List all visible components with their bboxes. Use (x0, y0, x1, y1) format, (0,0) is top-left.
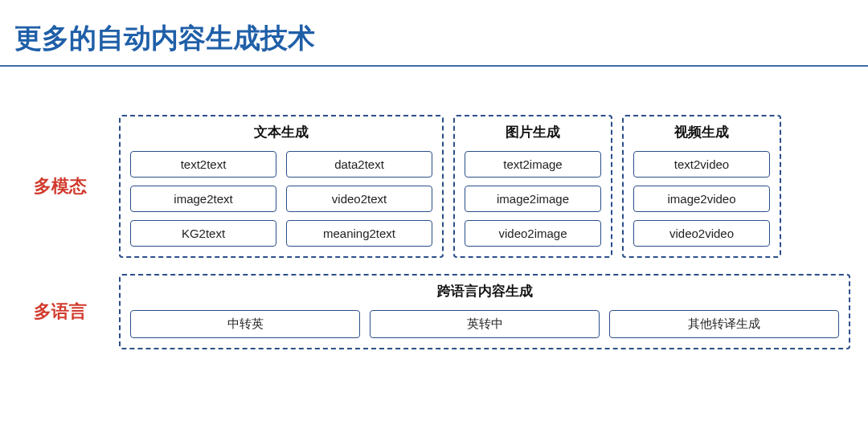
group-image-generation: 图片生成 text2image image2image video2image (453, 115, 612, 258)
box-image2text: image2text (130, 186, 276, 212)
text-row-1: image2text video2text (130, 186, 432, 212)
group-text-generation: 文本生成 text2text data2text image2text vide… (119, 115, 444, 258)
box-video2image: video2image (465, 220, 601, 247)
crosslingual-row: 中转英 英转中 其他转译生成 (130, 310, 839, 338)
group-video-generation: 视频生成 text2video image2video video2video (622, 115, 781, 258)
text-row-0: text2text data2text (130, 151, 432, 178)
box-other-translation: 其他转译生成 (609, 310, 839, 338)
group-title-image: 图片生成 (465, 123, 601, 141)
row-multilingual: 多语言 跨语言内容生成 中转英 英转中 其他转译生成 (16, 274, 868, 349)
group-crosslingual: 跨语言内容生成 中转英 英转中 其他转译生成 (119, 274, 850, 349)
box-image2video: image2video (633, 186, 770, 212)
box-image2image: image2image (465, 186, 601, 212)
box-data2text: data2text (286, 151, 432, 178)
box-video2video: video2video (633, 220, 770, 247)
box-en2zh: 英转中 (370, 310, 600, 338)
box-text2video: text2video (633, 151, 770, 178)
diagram-content: 多模态 文本生成 text2text data2text image2text … (0, 115, 868, 349)
row-multimodal: 多模态 文本生成 text2text data2text image2text … (16, 115, 868, 258)
box-zh2en: 中转英 (130, 310, 360, 338)
row-label-multimodal: 多模态 (16, 174, 104, 198)
slide-title: 更多的自动内容生成技术 (0, 0, 868, 65)
group-title-video: 视频生成 (633, 123, 770, 141)
box-text2image: text2image (465, 151, 601, 178)
box-text2text: text2text (130, 151, 276, 178)
box-video2text: video2text (286, 186, 432, 212)
text-row-2: KG2text meaning2text (130, 220, 432, 247)
title-divider (0, 65, 868, 67)
group-title-crosslingual: 跨语言内容生成 (130, 282, 839, 300)
multimodal-groups: 文本生成 text2text data2text image2text vide… (119, 115, 781, 258)
box-meaning2text: meaning2text (286, 220, 432, 247)
row-label-multilingual: 多语言 (16, 300, 104, 324)
group-title-text: 文本生成 (130, 123, 432, 141)
box-kg2text: KG2text (130, 220, 276, 247)
